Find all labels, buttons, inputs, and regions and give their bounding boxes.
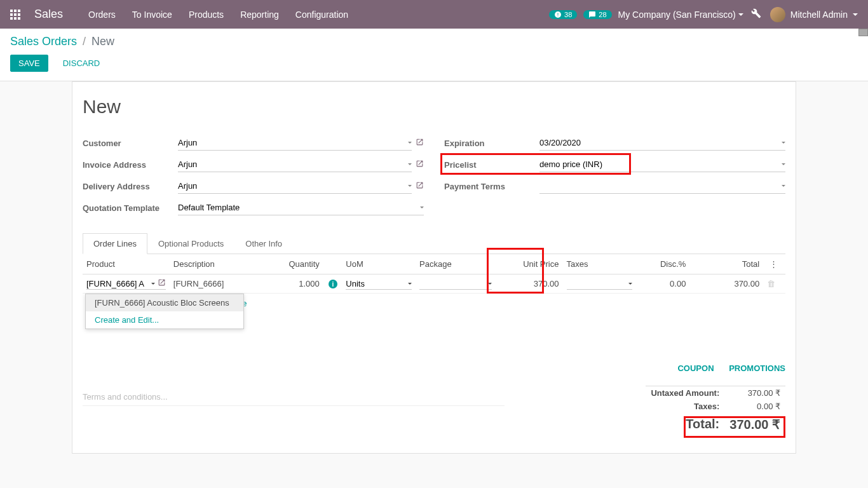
- uom-cell[interactable]: [346, 278, 412, 290]
- menu-to-invoice[interactable]: To Invoice: [132, 10, 172, 20]
- delivery-addr-input[interactable]: [178, 180, 405, 192]
- unit-price-cell[interactable]: 370.00: [496, 274, 562, 294]
- autocomplete-option[interactable]: [FURN_6666] Acoustic Bloc Screens: [86, 294, 243, 311]
- col-product: Product: [83, 254, 170, 274]
- template-field[interactable]: [178, 200, 424, 215]
- chevron-down-icon: [151, 283, 155, 285]
- footer-links: COUPON PROMOTIONS: [83, 363, 785, 373]
- delivery-addr-field[interactable]: [178, 179, 412, 194]
- template-input[interactable]: [178, 201, 417, 214]
- col-package: Package: [416, 254, 496, 274]
- col-unit-price: Unit Price: [496, 254, 562, 274]
- apps-icon[interactable]: [10, 10, 20, 20]
- label-pricelist: Pricelist: [444, 160, 539, 170]
- chevron-down-icon: [782, 163, 785, 165]
- untaxed-label: Untaxed Amount:: [646, 386, 724, 400]
- col-total: Total: [689, 254, 763, 274]
- activity-count: 38: [564, 11, 572, 18]
- package-input[interactable]: [419, 279, 487, 288]
- kebab-icon[interactable]: ⋮: [767, 259, 780, 269]
- label-payment: Payment Terms: [444, 182, 539, 191]
- chevron-down-icon: [853, 13, 858, 16]
- label-delivery-addr: Delivery Address: [83, 182, 178, 191]
- invoice-addr-input[interactable]: [178, 158, 405, 170]
- activity-badge[interactable]: 38: [549, 10, 577, 19]
- chevron-down-icon: [408, 163, 412, 165]
- tab-other-info[interactable]: Other Info: [234, 233, 293, 254]
- product-input[interactable]: [86, 279, 150, 288]
- untaxed-value: 370.00 ₹: [724, 386, 785, 400]
- messages-count: 28: [599, 11, 606, 18]
- breadcrumb-root[interactable]: Sales Orders: [10, 35, 77, 48]
- top-navbar: Sales Orders To Invoice Products Reporti…: [0, 0, 868, 29]
- chevron-down-icon: [420, 207, 424, 208]
- taxes-input[interactable]: [567, 279, 628, 288]
- pricelist-field[interactable]: [539, 157, 785, 172]
- col-disc: Disc.%: [636, 254, 689, 274]
- breadcrumb-current: New: [92, 35, 114, 48]
- breadcrumb: Sales Orders / New: [10, 35, 858, 48]
- menu-reporting[interactable]: Reporting: [240, 10, 279, 20]
- taxes-cell[interactable]: [567, 278, 633, 290]
- notebook-tabs: Order Lines Optional Products Other Info: [83, 233, 785, 254]
- scrollbar-thumb[interactable]: [858, 29, 868, 36]
- brand-title: Sales: [34, 8, 63, 21]
- tab-optional-products[interactable]: Optional Products: [147, 233, 234, 254]
- discard-button[interactable]: Discard: [55, 55, 109, 72]
- coupon-link[interactable]: COUPON: [677, 363, 714, 373]
- trash-icon[interactable]: 🗑: [767, 279, 775, 288]
- taxes-value: 0.00 ₹: [724, 400, 785, 413]
- main-menu: Orders To Invoice Products Reporting Con…: [88, 10, 348, 20]
- col-quantity: Quantity: [270, 254, 323, 274]
- expiration-field[interactable]: [539, 135, 785, 151]
- promotions-link[interactable]: PROMOTIONS: [729, 363, 785, 373]
- menu-configuration[interactable]: Configuration: [295, 10, 348, 20]
- external-link-icon[interactable]: [416, 159, 424, 170]
- save-button[interactable]: Save: [10, 55, 48, 72]
- quantity-cell[interactable]: 1.000: [270, 274, 323, 294]
- page-title: New: [83, 96, 785, 118]
- payment-field[interactable]: [539, 179, 785, 194]
- customer-field[interactable]: [178, 135, 412, 151]
- user-name: Mitchell Admin: [790, 10, 848, 20]
- terms-field[interactable]: Terms and conditions...: [83, 392, 505, 406]
- external-link-icon[interactable]: [416, 138, 424, 148]
- disc-cell[interactable]: 0.00: [636, 274, 689, 294]
- external-link-icon[interactable]: [416, 181, 424, 191]
- company-switcher[interactable]: My Company (San Francisco): [618, 10, 743, 20]
- payment-input[interactable]: [539, 180, 779, 192]
- messages-badge[interactable]: 28: [583, 10, 611, 19]
- label-invoice-addr: Invoice Address: [83, 160, 178, 170]
- total-cell: 370.00: [689, 274, 763, 294]
- chevron-down-icon: [738, 13, 743, 16]
- col-uom: UoM: [342, 254, 416, 274]
- expiration-input[interactable]: [539, 137, 779, 149]
- chevron-down-icon: [782, 142, 785, 144]
- label-expiration: Expiration: [444, 139, 539, 148]
- menu-orders[interactable]: Orders: [88, 10, 116, 20]
- pricelist-input[interactable]: [539, 158, 779, 170]
- chevron-down-icon: [408, 283, 412, 285]
- uom-input[interactable]: [346, 279, 407, 288]
- label-template: Quotation Template: [83, 203, 178, 213]
- invoice-addr-field[interactable]: [178, 157, 412, 172]
- totals-block: Untaxed Amount: 370.00 ₹ Taxes: 0.00 ₹ T…: [646, 386, 785, 434]
- chevron-down-icon: [782, 185, 785, 187]
- label-customer: Customer: [83, 139, 178, 148]
- customer-input[interactable]: [178, 137, 405, 149]
- taxes-label: Taxes:: [646, 400, 724, 413]
- chevron-down-icon: [628, 283, 632, 285]
- product-autocomplete: [FURN_6666] Acoustic Bloc Screens Create…: [85, 294, 244, 329]
- product-cell[interactable]: [86, 278, 166, 290]
- total-label: Total:: [646, 413, 724, 434]
- menu-products[interactable]: Products: [189, 10, 224, 20]
- autocomplete-create-edit[interactable]: Create and Edit...: [86, 311, 243, 329]
- debug-icon[interactable]: [751, 8, 761, 20]
- col-taxes: Taxes: [563, 254, 637, 274]
- tab-order-lines[interactable]: Order Lines: [83, 233, 147, 254]
- user-menu[interactable]: Mitchell Admin: [770, 7, 858, 22]
- info-icon[interactable]: i: [329, 280, 337, 288]
- description-cell[interactable]: [FURN_6666]: [170, 274, 270, 294]
- external-link-icon[interactable]: [158, 278, 166, 288]
- package-cell[interactable]: [419, 278, 492, 290]
